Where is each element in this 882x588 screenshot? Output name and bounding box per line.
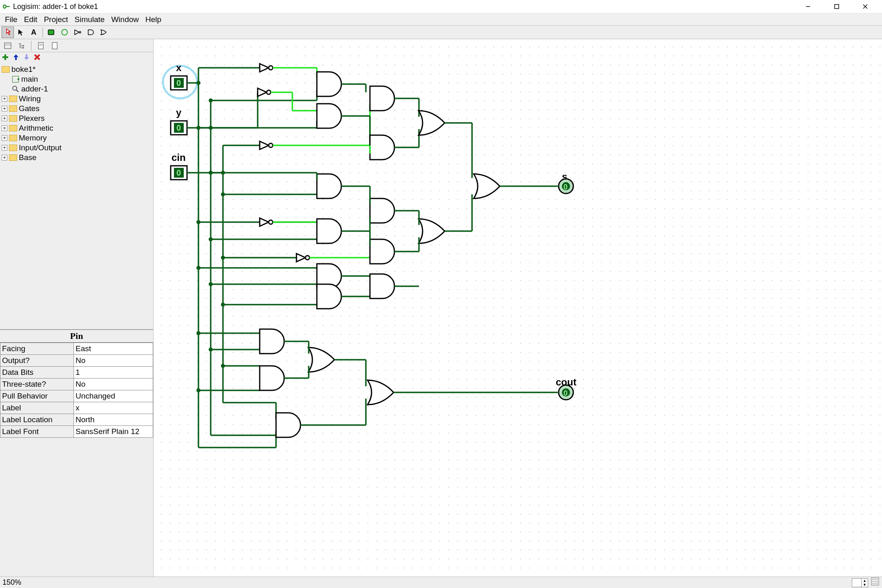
tree-lib-memory[interactable]: +Memory xyxy=(0,133,153,143)
project-tree[interactable]: boke1* main adder-1 +Wiring +Gates +Plex… xyxy=(0,64,153,330)
or-gate[interactable] xyxy=(368,380,394,405)
property-row[interactable]: Label FontSansSerif Plain 12 xyxy=(0,426,153,438)
not-gate[interactable] xyxy=(258,88,271,96)
close-button[interactable] xyxy=(851,0,880,13)
text-tool-button[interactable]: A xyxy=(28,27,40,38)
and-gate[interactable] xyxy=(370,198,394,223)
and-gate-tool-button[interactable] xyxy=(85,27,97,38)
not-gate-tool-button[interactable] xyxy=(71,27,84,38)
property-value[interactable]: North xyxy=(74,414,153,426)
expand-icon[interactable]: + xyxy=(2,155,7,160)
output-pin-s[interactable]: s 0 xyxy=(559,171,573,194)
and-gate[interactable] xyxy=(370,86,394,111)
maximize-button[interactable] xyxy=(822,0,851,13)
menu-edit[interactable]: Edit xyxy=(21,14,41,25)
tree-lib-arithmetic[interactable]: +Arithmetic xyxy=(0,123,153,133)
input-pin-tool-button[interactable] xyxy=(45,27,58,38)
or-gate[interactable] xyxy=(308,347,334,372)
expand-icon[interactable]: + xyxy=(2,125,7,131)
svg-point-20 xyxy=(13,86,17,90)
toolbar-sim-tree-button[interactable] xyxy=(16,40,28,51)
toolbar-doc-button[interactable] xyxy=(35,40,47,51)
and-gate[interactable] xyxy=(317,174,341,198)
delete-icon[interactable] xyxy=(33,53,41,62)
or-gate[interactable] xyxy=(419,219,445,243)
output-pin-tool-button[interactable] xyxy=(58,27,71,38)
and-gate[interactable] xyxy=(260,366,284,390)
menu-help[interactable]: Help xyxy=(142,14,165,25)
zoom-level: 150% xyxy=(2,578,21,587)
expand-icon[interactable]: + xyxy=(2,106,7,111)
tree-lib-io[interactable]: +Input/Output xyxy=(0,143,153,153)
toolbar-blank-button[interactable] xyxy=(49,40,61,51)
circuit-canvas[interactable]: x 0 y 0 cin 0 xyxy=(154,39,882,577)
and-gate[interactable] xyxy=(370,135,394,160)
expand-icon[interactable]: + xyxy=(2,96,7,102)
add-icon[interactable] xyxy=(2,53,9,62)
property-value[interactable]: East xyxy=(74,343,153,355)
and-gate[interactable] xyxy=(370,239,394,264)
output-pin-cout[interactable]: cout 0 xyxy=(556,376,577,400)
and-gate[interactable] xyxy=(317,104,341,128)
menu-file[interactable]: File xyxy=(2,14,21,25)
or-gate[interactable] xyxy=(474,174,500,198)
toolbar-view-button[interactable] xyxy=(2,40,14,51)
svg-rect-8 xyxy=(4,43,11,49)
and-gate[interactable] xyxy=(276,413,301,437)
menu-project[interactable]: Project xyxy=(40,14,71,25)
tree-item-adder[interactable]: adder-1 xyxy=(0,84,153,94)
property-value[interactable]: Unchanged xyxy=(74,390,153,402)
expand-icon[interactable]: + xyxy=(2,116,7,121)
property-value[interactable]: No xyxy=(74,379,153,390)
not-gate[interactable] xyxy=(296,254,310,262)
property-row[interactable]: FacingEast xyxy=(0,343,153,355)
and-gate[interactable] xyxy=(317,72,341,96)
expand-icon[interactable]: + xyxy=(2,145,7,151)
down-arrow-icon[interactable] xyxy=(23,53,30,62)
tree-lib-base[interactable]: +Base xyxy=(0,153,153,163)
property-row[interactable]: Output?No xyxy=(0,355,153,367)
left-panel: boke1* main adder-1 +Wiring +Gates +Plex… xyxy=(0,39,154,577)
tree-label: adder-1 xyxy=(21,84,48,94)
up-arrow-icon[interactable] xyxy=(12,53,20,62)
or-gate-tool-button[interactable] xyxy=(98,27,110,38)
pin-label: x xyxy=(176,62,182,73)
poke-tool-button[interactable] xyxy=(2,27,14,38)
not-gate[interactable] xyxy=(260,218,273,226)
and-gate[interactable] xyxy=(260,329,284,354)
expand-icon[interactable]: + xyxy=(2,135,7,141)
not-gate[interactable] xyxy=(260,64,273,72)
magnifier-icon xyxy=(12,86,19,92)
explorer-toolbar xyxy=(0,39,153,52)
and-gate[interactable] xyxy=(317,284,341,309)
property-row[interactable]: Pull BehaviorUnchanged xyxy=(0,390,153,402)
property-row[interactable]: Data Bits1 xyxy=(0,367,153,379)
input-pin-y[interactable]: y 0 xyxy=(171,107,211,135)
property-row[interactable]: Three-state?No xyxy=(0,379,153,390)
tree-lib-plexers[interactable]: +Plexers xyxy=(0,114,153,123)
property-value[interactable]: x xyxy=(74,402,153,414)
grid-density-icon[interactable] xyxy=(871,577,880,588)
property-value[interactable]: No xyxy=(74,355,153,367)
or-gate[interactable] xyxy=(419,111,445,135)
menu-window[interactable]: Window xyxy=(108,14,142,25)
select-tool-button[interactable] xyxy=(15,27,27,38)
not-gate[interactable] xyxy=(260,141,273,149)
tree-root[interactable]: boke1* xyxy=(0,65,153,74)
property-row[interactable]: Label LocationNorth xyxy=(0,414,153,426)
zoom-spinner[interactable]: ▲▼ xyxy=(852,578,868,587)
tree-lib-wiring[interactable]: +Wiring xyxy=(0,94,153,104)
property-value[interactable]: 1 xyxy=(74,367,153,379)
and-gate[interactable] xyxy=(370,274,394,298)
tree-item-main[interactable]: main xyxy=(0,74,153,84)
input-pin-cin[interactable]: cin 0 xyxy=(171,152,223,180)
and-gate[interactable] xyxy=(317,219,341,243)
property-value[interactable]: SansSerif Plain 12 xyxy=(74,426,153,438)
property-row[interactable]: Labelx xyxy=(0,402,153,414)
tree-lib-gates[interactable]: +Gates xyxy=(0,104,153,114)
menu-simulate[interactable]: Simulate xyxy=(71,14,108,25)
minimize-button[interactable] xyxy=(794,0,822,13)
svg-text:A: A xyxy=(31,28,36,36)
explorer-action-toolbar xyxy=(0,52,153,64)
folder-icon xyxy=(9,115,17,122)
